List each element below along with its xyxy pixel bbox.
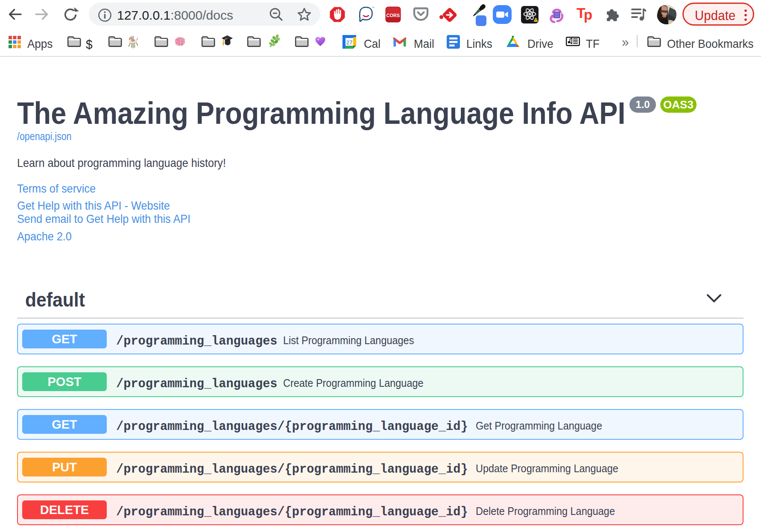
svg-text:CORS: CORS	[386, 13, 400, 18]
svg-text:27: 27	[346, 39, 352, 46]
